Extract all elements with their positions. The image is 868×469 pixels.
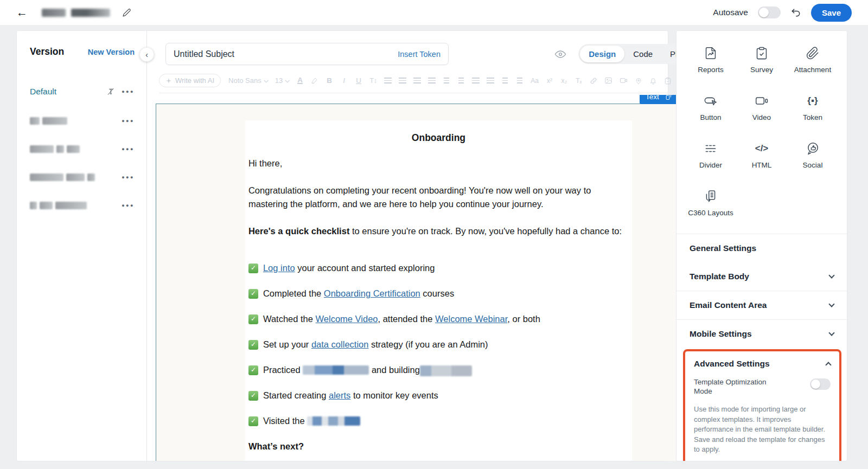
more-menu-icon[interactable]: ●●● (122, 118, 135, 124)
email-link[interactable]: Welcome Webinar (435, 314, 507, 324)
more-menu-icon[interactable]: ●●● (122, 175, 135, 180)
chevron-up-icon (825, 362, 831, 368)
bold-icon[interactable]: B (326, 76, 333, 85)
component-divider[interactable]: Divider (685, 142, 736, 170)
email-link[interactable]: alerts (329, 390, 350, 400)
email-link[interactable]: Welcome Video (316, 314, 378, 324)
line-height-icon[interactable]: T↕ (369, 76, 377, 85)
autosave-toggle[interactable] (758, 7, 781, 18)
component-social[interactable]: Social (787, 142, 838, 170)
subject-field-wrap: Insert Token (165, 43, 449, 65)
redacted-text (66, 174, 85, 181)
section-general-settings[interactable]: General Settings (676, 234, 847, 262)
version-panel: Version New Version ‹ Default ●●● ●●●●●●… (17, 31, 147, 461)
version-item-redacted[interactable]: ●●● (30, 202, 135, 209)
more-menu-icon[interactable]: ●●● (122, 146, 135, 152)
version-item-redacted[interactable]: ●●● (30, 174, 135, 181)
component-label: Reports (698, 65, 723, 74)
email-link[interactable]: Log into (263, 263, 295, 273)
component-reports[interactable]: Reports (685, 46, 736, 74)
component-label: Survey (750, 65, 773, 74)
section-template-body[interactable]: Template Body (676, 262, 847, 291)
component-attachment[interactable]: Attachment (787, 46, 838, 74)
email-paragraph: Congratulations on completing your recen… (248, 184, 629, 211)
highlighter-icon[interactable] (311, 76, 318, 85)
more-menu-icon[interactable]: ●●● (122, 203, 135, 208)
attachment-icon (806, 46, 820, 60)
more-menu-icon[interactable]: ●●● (122, 89, 135, 94)
indent-icon[interactable] (457, 76, 465, 85)
save-button[interactable]: Save (811, 4, 852, 22)
font-color-icon[interactable]: A (296, 76, 304, 85)
editor-card: Version New Version ‹ Default ●●● ●●●●●●… (16, 30, 668, 461)
component-c360-layouts[interactable]: C360 Layouts (685, 189, 736, 217)
chevron-down-icon (828, 330, 834, 336)
subscript-icon[interactable]: x₂ (560, 76, 568, 85)
undo-icon[interactable] (790, 7, 801, 18)
bell-icon[interactable] (649, 76, 657, 85)
version-item-redacted[interactable]: ●●● (30, 117, 135, 125)
redacted-text (30, 145, 54, 153)
tab-code[interactable]: Code (624, 46, 661, 62)
new-version-button[interactable]: New Version (88, 48, 135, 56)
checklist-item: ✓Completed the Onboarding Certification … (248, 287, 629, 300)
checklist-text: Log into your account and started explor… (263, 261, 435, 275)
email-link[interactable]: Onboarding Certification (324, 288, 420, 298)
location-icon[interactable] (635, 76, 642, 85)
default-cursor-icon (106, 87, 115, 96)
list-bullet-icon[interactable] (487, 76, 494, 85)
subject-input[interactable] (174, 49, 398, 59)
superscript-icon[interactable]: x² (546, 76, 553, 85)
component-html[interactable]: </>HTML (736, 142, 787, 170)
video-embed-icon[interactable] (620, 76, 628, 85)
image-icon[interactable] (604, 76, 612, 85)
pencil-icon[interactable] (122, 8, 131, 17)
italic-icon[interactable]: I (340, 76, 348, 85)
back-arrow-icon[interactable]: ← (16, 6, 28, 19)
eye-icon[interactable] (554, 48, 566, 60)
component-label: C360 Layouts (688, 208, 733, 217)
align-right-icon[interactable] (413, 76, 421, 85)
component-survey[interactable]: Survey (736, 46, 787, 74)
redacted-text (307, 416, 360, 426)
align-center-icon[interactable] (399, 76, 406, 85)
template-optimization-toggle[interactable] (810, 378, 831, 390)
component-button[interactable]: Button (685, 94, 736, 122)
collapse-panel-button[interactable]: ‹ (139, 47, 154, 62)
list-check-icon[interactable] (501, 76, 509, 85)
design-canvas[interactable]: Text Onboarding Hi th (147, 95, 725, 461)
advanced-settings-header[interactable]: Advanced Settings (694, 359, 831, 369)
component-token[interactable]: {▪}Token (787, 94, 838, 122)
email-heading: Onboarding (248, 131, 629, 145)
list-ordered-icon[interactable] (472, 76, 480, 85)
clear-format-icon[interactable]: Tₓ (575, 76, 583, 85)
version-item-default[interactable]: Default ●●● (30, 87, 135, 97)
export-block-icon[interactable] (665, 95, 673, 101)
write-with-ai-label: Write with AI (175, 76, 214, 85)
component-label: Token (803, 113, 822, 122)
outdent-icon[interactable] (443, 76, 450, 85)
list-plain-icon[interactable] (516, 76, 524, 85)
insert-token-button[interactable]: Insert Token (398, 50, 441, 59)
email-content[interactable]: Onboarding Hi there, Congratulations on … (245, 120, 632, 461)
underline-icon[interactable]: U (355, 76, 362, 85)
font-family-select[interactable]: Noto Sans (228, 76, 267, 85)
tab-design[interactable]: Design (580, 46, 624, 62)
section-email-content-area[interactable]: Email Content Area (676, 291, 847, 319)
selected-text-block[interactable]: Text Onboarding Hi th (156, 104, 722, 461)
email-link[interactable]: data collection (311, 339, 369, 349)
link-icon[interactable] (590, 76, 597, 85)
sparkle-icon (165, 78, 172, 84)
write-with-ai-button[interactable]: Write with AI (159, 74, 221, 87)
align-justify-icon[interactable] (428, 76, 436, 85)
component-video[interactable]: Video (736, 94, 787, 122)
font-size-select[interactable]: 13 (275, 76, 289, 85)
autosave-label: Autosave (713, 8, 748, 17)
version-item-redacted[interactable]: ●●● (30, 145, 135, 153)
version-item-label[interactable]: Default (30, 87, 56, 97)
section-mobile-settings[interactable]: Mobile Settings (676, 319, 847, 348)
clipboard-icon[interactable] (664, 76, 672, 85)
letter-case-icon[interactable]: Aa (531, 76, 539, 85)
align-left-icon[interactable] (384, 76, 392, 85)
token-icon: {▪} (807, 94, 818, 108)
